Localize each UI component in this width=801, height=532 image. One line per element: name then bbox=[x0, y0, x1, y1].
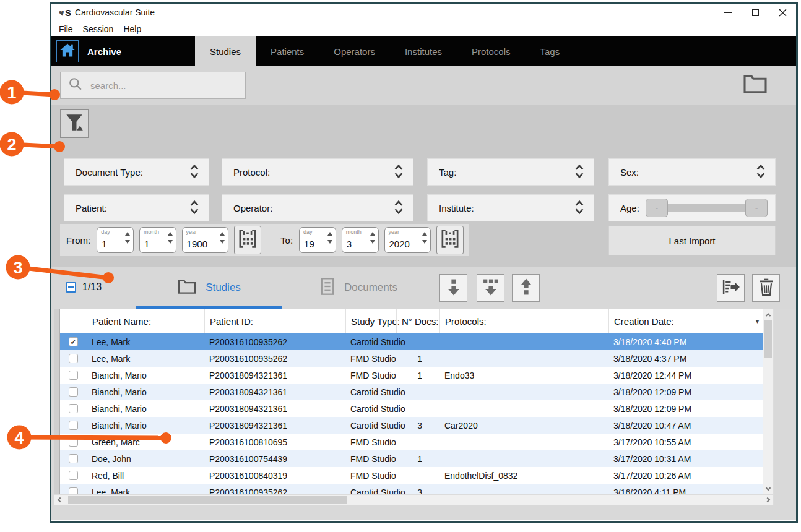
menu-file[interactable]: File bbox=[59, 24, 73, 34]
row-checkbox[interactable] bbox=[69, 337, 78, 346]
age-min-handle[interactable]: - bbox=[646, 199, 668, 217]
spin-up-icon[interactable] bbox=[370, 232, 375, 236]
last-import-button[interactable]: Last Import bbox=[608, 226, 776, 255]
age-max-handle[interactable]: - bbox=[745, 199, 768, 217]
to-day-spinner[interactable]: day 19 bbox=[299, 227, 336, 253]
institute-dropdown[interactable]: Institute: bbox=[427, 194, 594, 221]
cell-patient-name: Lee, Mark bbox=[87, 333, 204, 350]
delete-button[interactable] bbox=[752, 274, 780, 302]
chevron-up-icon bbox=[766, 313, 771, 318]
scroll-up-button[interactable] bbox=[763, 310, 773, 320]
row-checkbox[interactable] bbox=[69, 404, 78, 413]
age-range-slider[interactable]: - - bbox=[646, 197, 768, 218]
row-checkbox[interactable] bbox=[69, 371, 78, 380]
spin-down-icon[interactable] bbox=[327, 240, 332, 244]
spin-up-icon[interactable] bbox=[125, 232, 130, 236]
table-row[interactable]: Lee, Mark P200316100935262 FMD Studio 1 … bbox=[60, 350, 763, 367]
col-study-type[interactable]: Study Type: bbox=[345, 309, 396, 333]
from-day-spinner[interactable]: day 1 bbox=[97, 227, 134, 253]
to-calendar-button[interactable] bbox=[436, 226, 464, 254]
scroll-down-button[interactable] bbox=[763, 483, 773, 493]
export-list-button[interactable] bbox=[717, 274, 745, 302]
operator-dropdown[interactable]: Operator: bbox=[222, 194, 413, 221]
minimize-icon bbox=[724, 12, 732, 13]
to-year-spinner[interactable]: year 2020 bbox=[384, 227, 431, 253]
from-calendar-button[interactable] bbox=[234, 226, 261, 254]
col-n-docs[interactable]: N° Docs: bbox=[396, 309, 439, 333]
spin-down-icon[interactable] bbox=[168, 240, 173, 244]
filter-toggle-button[interactable] bbox=[60, 109, 89, 138]
tag-dropdown[interactable]: Tag: bbox=[427, 158, 594, 186]
table-row[interactable]: Doe, John P200316100754439 FMD Studio 1 … bbox=[60, 450, 763, 467]
maximize-button[interactable] bbox=[742, 4, 769, 21]
vertical-scrollbar[interactable] bbox=[763, 309, 774, 494]
archive-folder-button[interactable] bbox=[742, 74, 769, 96]
col-creation-date[interactable]: Creation Date: ▾ bbox=[608, 309, 763, 333]
table-row[interactable]: Lee, Mark P200316100935262 Carotid Studi… bbox=[60, 333, 763, 350]
scroll-left-button[interactable] bbox=[55, 495, 65, 505]
menu-help[interactable]: Help bbox=[123, 24, 141, 34]
studies-view-tab[interactable]: Studies bbox=[136, 267, 282, 309]
calendar-icon bbox=[439, 228, 461, 252]
sex-dropdown[interactable]: Sex: bbox=[608, 158, 776, 186]
col-protocols[interactable]: Protocols: bbox=[439, 309, 608, 333]
spin-down-icon[interactable] bbox=[370, 240, 375, 244]
menu-session[interactable]: Session bbox=[83, 24, 114, 34]
spin-up-icon[interactable] bbox=[168, 232, 173, 236]
row-checkbox[interactable] bbox=[69, 421, 78, 430]
tab-operators[interactable]: Operators bbox=[319, 36, 390, 66]
spin-up-icon[interactable] bbox=[422, 232, 427, 236]
row-checkbox[interactable] bbox=[69, 354, 78, 363]
horizontal-scroll-thumb[interactable] bbox=[68, 496, 347, 504]
patient-dropdown[interactable]: Patient: bbox=[64, 194, 209, 221]
spin-down-icon[interactable] bbox=[422, 240, 427, 244]
table-row[interactable]: Bianchi, Mario P200318094321361 Carotid … bbox=[60, 417, 763, 434]
horizontal-scrollbar[interactable] bbox=[54, 494, 774, 505]
row-checkbox[interactable] bbox=[69, 454, 78, 463]
search-input[interactable] bbox=[90, 80, 233, 91]
import-multiple-button[interactable] bbox=[477, 274, 504, 302]
table-row[interactable]: Red, Bill P200316100840319 FMD Studio En… bbox=[60, 467, 763, 484]
chevron-updown-icon bbox=[393, 163, 404, 181]
from-month-spinner[interactable]: month 1 bbox=[139, 227, 176, 253]
export-study-button[interactable] bbox=[512, 274, 540, 302]
select-all-checkbox[interactable] bbox=[66, 282, 76, 293]
col-patient-id[interactable]: Patient ID: bbox=[204, 309, 345, 333]
table-row[interactable]: Bianchi, Mario P200318094321361 Carotid … bbox=[60, 400, 763, 417]
import-study-button[interactable] bbox=[439, 274, 467, 302]
studies-table: Patient Name: Patient ID: Study Type: N°… bbox=[60, 309, 763, 494]
documents-view-tab[interactable]: Documents bbox=[297, 267, 420, 309]
minimize-button[interactable] bbox=[714, 4, 742, 21]
to-month-spinner[interactable]: month 3 bbox=[342, 227, 379, 253]
tab-studies[interactable]: Studies bbox=[195, 36, 256, 66]
cell-protocols bbox=[439, 450, 608, 467]
home-button[interactable] bbox=[56, 40, 79, 62]
document-type-dropdown[interactable]: Document Type: bbox=[64, 158, 209, 186]
from-year-spinner[interactable]: year 1900 bbox=[182, 227, 228, 253]
cell-study-type: FMD Studio bbox=[345, 434, 396, 450]
spin-down-icon[interactable] bbox=[125, 240, 130, 244]
protocol-dropdown[interactable]: Protocol: bbox=[222, 158, 413, 186]
close-button[interactable] bbox=[769, 4, 796, 21]
table-row[interactable]: Lee, Mark P200316100935262 Carotid Studi… bbox=[60, 484, 763, 494]
row-checkbox[interactable] bbox=[69, 437, 78, 447]
table-row[interactable]: Bianchi, Mario P200318094321361 Carotid … bbox=[60, 384, 763, 400]
spin-up-icon[interactable] bbox=[220, 232, 225, 236]
tab-patients[interactable]: Patients bbox=[256, 36, 319, 66]
scroll-right-button[interactable] bbox=[763, 495, 773, 505]
tab-protocols[interactable]: Protocols bbox=[457, 36, 526, 66]
tab-tags[interactable]: Tags bbox=[526, 36, 575, 66]
tab-institutes[interactable]: Institutes bbox=[390, 36, 457, 66]
row-checkbox[interactable] bbox=[69, 471, 78, 480]
table-row[interactable]: Bianchi, Mario P200318094321361 FMD Stud… bbox=[60, 367, 763, 384]
chevron-left-icon bbox=[58, 497, 63, 502]
cell-patient-name: Green, Marc bbox=[87, 434, 204, 450]
spin-down-icon[interactable] bbox=[220, 240, 225, 244]
search-box bbox=[60, 72, 246, 99]
row-checkbox[interactable] bbox=[69, 387, 78, 397]
table-row[interactable]: Green, Marc P200316100810695 FMD Studio … bbox=[60, 434, 763, 450]
spin-up-icon[interactable] bbox=[327, 232, 332, 236]
col-patient-name[interactable]: Patient Name: bbox=[87, 309, 204, 333]
vertical-scroll-thumb[interactable] bbox=[764, 320, 772, 358]
row-checkbox[interactable] bbox=[69, 487, 78, 494]
